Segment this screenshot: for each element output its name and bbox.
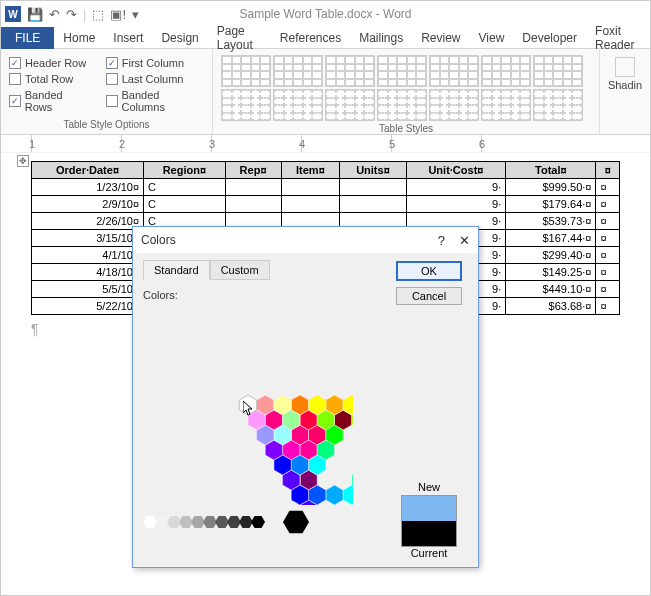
table-style-thumb[interactable] (221, 89, 271, 121)
horizontal-ruler[interactable]: 123456 (1, 135, 650, 153)
tab-review[interactable]: Review (412, 27, 469, 49)
macros-icon[interactable]: ▣! (110, 7, 126, 22)
help-icon[interactable]: ? (438, 233, 445, 248)
new-color-swatch (402, 496, 456, 521)
quick-access-toolbar: 💾 ↶ ↷ | ⬚ ▣! ▾ (27, 7, 139, 22)
gray-swatch[interactable] (191, 515, 205, 529)
table-style-thumb[interactable] (325, 89, 375, 121)
table-row[interactable]: 1/23/10¤C9·$999.50·¤¤ (32, 179, 620, 196)
table-style-thumb[interactable] (533, 89, 583, 121)
gray-scale-row[interactable] (143, 509, 390, 535)
column-header[interactable]: Unit·Cost¤ (406, 162, 506, 179)
column-header[interactable]: Order·Date¤ (32, 162, 144, 179)
group-label-tso: Table Style Options (9, 119, 204, 130)
gray-swatch[interactable] (143, 515, 157, 529)
table-move-handle[interactable]: ✥ (17, 155, 29, 167)
table-row[interactable]: 2/9/10¤C9·$179.64·¤¤ (32, 196, 620, 213)
checkbox-banded-rows[interactable]: ✓Banded Rows (9, 89, 92, 113)
bucket-icon (615, 57, 635, 77)
checkbox-last-column[interactable]: Last Column (106, 73, 204, 85)
group-label-styles: Table Styles (221, 123, 591, 134)
table-styles-gallery[interactable] (221, 53, 591, 121)
close-icon[interactable]: ✕ (459, 233, 470, 248)
table-style-thumb[interactable] (377, 89, 427, 121)
checkbox-total-row[interactable]: Total Row (9, 73, 92, 85)
checkbox-header-row[interactable]: ✓Header Row (9, 57, 92, 69)
dialog-title: Colors (141, 233, 176, 247)
column-header[interactable]: Item¤ (281, 162, 340, 179)
tab-view[interactable]: View (470, 27, 514, 49)
gray-swatch[interactable] (179, 515, 193, 529)
tab-mailings[interactable]: Mailings (350, 27, 412, 49)
cursor-icon (243, 401, 255, 417)
ok-button[interactable]: OK (396, 261, 462, 281)
ribbon-tabs: FILE Home Insert Design Page Layout Refe… (1, 27, 650, 49)
gray-swatch[interactable] (251, 515, 265, 529)
window-title: Sample Word Table.docx - Word (239, 7, 411, 21)
table-style-thumb[interactable] (429, 89, 479, 121)
undo-icon[interactable]: ↶ (49, 7, 60, 22)
shading-button[interactable]: Shadin (608, 53, 642, 95)
dialog-titlebar[interactable]: Colors ? ✕ (133, 227, 478, 253)
select-objects-icon[interactable]: ⬚ (92, 7, 104, 22)
table-style-thumb[interactable] (481, 89, 531, 121)
tab-references[interactable]: References (271, 27, 350, 49)
tab-custom[interactable]: Custom (210, 260, 270, 280)
colors-label: Colors: (143, 289, 390, 301)
table-style-thumb[interactable] (221, 55, 271, 87)
tab-design[interactable]: Design (152, 27, 207, 49)
checkbox-first-column[interactable]: ✓First Column (106, 57, 204, 69)
table-style-thumb[interactable] (273, 89, 323, 121)
column-header[interactable]: Total¤ (506, 162, 596, 179)
color-hexagon[interactable] (143, 305, 353, 505)
file-tab[interactable]: FILE (1, 27, 54, 49)
current-color-swatch (402, 521, 456, 546)
color-preview: New Current (401, 481, 457, 561)
table-style-thumb[interactable] (429, 55, 479, 87)
tab-insert[interactable]: Insert (104, 27, 152, 49)
column-header[interactable]: Units¤ (340, 162, 406, 179)
qat-sep: | (83, 7, 86, 22)
gray-swatch[interactable] (203, 515, 217, 529)
column-header[interactable]: ¤ (596, 162, 620, 179)
table-style-thumb[interactable] (325, 55, 375, 87)
gray-swatch[interactable] (167, 515, 181, 529)
title-bar: W 💾 ↶ ↷ | ⬚ ▣! ▾ Sample Word Table.docx … (1, 1, 650, 27)
tab-home[interactable]: Home (54, 27, 104, 49)
table-style-thumb[interactable] (377, 55, 427, 87)
column-header[interactable]: Rep¤ (225, 162, 281, 179)
qat-dropdown-icon[interactable]: ▾ (132, 7, 139, 22)
word-app-icon: W (5, 6, 21, 22)
tab-standard[interactable]: Standard (143, 260, 210, 280)
gray-swatch[interactable] (239, 515, 253, 529)
redo-icon[interactable]: ↷ (66, 7, 77, 22)
colors-dialog: Colors ? ✕ Standard Custom Colors: OK Ca… (132, 226, 479, 568)
table-style-thumb[interactable] (533, 55, 583, 87)
cancel-button[interactable]: Cancel (396, 287, 462, 305)
checkbox-banded-columns[interactable]: Banded Columns (106, 89, 204, 113)
gray-swatch[interactable] (215, 515, 229, 529)
gray-swatch[interactable] (155, 515, 169, 529)
save-icon[interactable]: 💾 (27, 7, 43, 22)
table-style-thumb[interactable] (273, 55, 323, 87)
ribbon-content: ✓Header RowTotal Row✓Banded Rows ✓First … (1, 49, 650, 135)
tab-developer[interactable]: Developer (513, 27, 586, 49)
column-header[interactable]: Region¤ (144, 162, 226, 179)
gray-swatch[interactable] (227, 515, 241, 529)
table-style-thumb[interactable] (481, 55, 531, 87)
black-swatch[interactable] (283, 509, 309, 535)
